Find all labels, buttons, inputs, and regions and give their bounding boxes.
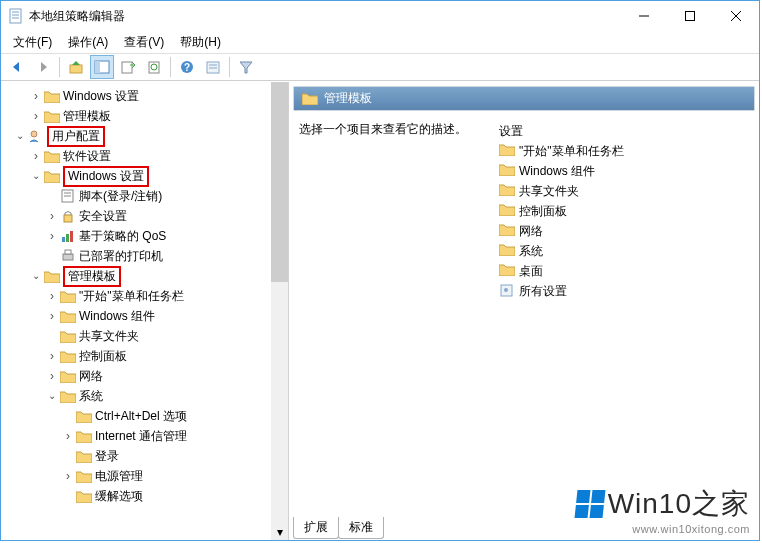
tree-label: 网络	[79, 368, 103, 385]
tree-scrollbar[interactable]: ▴ ▾	[271, 82, 288, 540]
tree-label: 登录	[95, 448, 119, 465]
scroll-thumb[interactable]	[271, 82, 288, 282]
watermark: Win10之家 www.win10xitong.com	[576, 485, 750, 535]
svg-rect-10	[95, 61, 100, 73]
menu-file[interactable]: 文件(F)	[7, 32, 58, 53]
toolbar-separator	[229, 57, 230, 77]
minimize-button[interactable]	[621, 1, 667, 31]
tree-node[interactable]: Ctrl+Alt+Del 选项	[1, 406, 271, 426]
tree-node[interactable]: 电源管理	[1, 466, 271, 486]
folder-icon	[499, 243, 515, 259]
expand-icon[interactable]	[45, 349, 59, 363]
forward-button[interactable]	[31, 55, 55, 79]
watermark-brand: Win10	[608, 488, 692, 519]
folder-icon	[75, 428, 93, 444]
svg-rect-24	[62, 237, 65, 242]
tree-node[interactable]: 管理模板	[1, 266, 271, 286]
titlebar[interactable]: 本地组策略编辑器	[1, 1, 759, 31]
list-item[interactable]: Windows 组件	[499, 161, 749, 181]
tree-node[interactable]: 网络	[1, 366, 271, 386]
tree-node[interactable]: 软件设置	[1, 146, 271, 166]
tree-node[interactable]: 登录	[1, 446, 271, 466]
tree-label: 软件设置	[63, 148, 111, 165]
tree-node[interactable]: 脚本(登录/注销)	[1, 186, 271, 206]
column-header[interactable]: 设置	[499, 121, 749, 141]
printer-icon	[59, 248, 77, 264]
details-title: 管理模板	[324, 90, 372, 107]
collapse-icon[interactable]	[45, 391, 59, 402]
expand-icon[interactable]	[45, 229, 59, 243]
expand-icon[interactable]	[29, 89, 43, 103]
expand-icon[interactable]	[61, 429, 75, 443]
tree-node[interactable]: Windows 设置	[1, 166, 271, 186]
svg-rect-11	[122, 62, 132, 73]
list-item[interactable]: "开始"菜单和任务栏	[499, 141, 749, 161]
qos-icon	[59, 228, 77, 244]
tree-label: 系统	[79, 388, 103, 405]
menu-view[interactable]: 查看(V)	[118, 32, 170, 53]
tree-node[interactable]: "开始"菜单和任务栏	[1, 286, 271, 306]
tree-node[interactable]: 缓解选项	[1, 486, 271, 506]
toolbar: ?	[1, 53, 759, 81]
up-button[interactable]	[64, 55, 88, 79]
tree-node[interactable]: 控制面板	[1, 346, 271, 366]
security-icon	[59, 208, 77, 224]
back-button[interactable]	[5, 55, 29, 79]
tree-label: Internet 通信管理	[95, 428, 187, 445]
expand-icon[interactable]	[29, 149, 43, 163]
list-item[interactable]: 所有设置	[499, 281, 749, 301]
details-pane: 管理模板 选择一个项目来查看它的描述。 设置 "开始"菜单和任务栏 Window…	[289, 82, 759, 540]
list-item[interactable]: 共享文件夹	[499, 181, 749, 201]
tree-node[interactable]: 系统	[1, 386, 271, 406]
help-button[interactable]: ?	[175, 55, 199, 79]
item-label: Windows 组件	[519, 163, 595, 180]
collapse-icon[interactable]	[29, 271, 43, 282]
tree-node[interactable]: 已部署的打印机	[1, 246, 271, 266]
folder-icon	[75, 488, 93, 504]
tree-node[interactable]: 安全设置	[1, 206, 271, 226]
menu-action[interactable]: 操作(A)	[62, 32, 114, 53]
tree-pane[interactable]: Windows 设置 管理模板 用户配置 软件设置 Windows 设置 脚本(…	[1, 82, 289, 540]
filter-button[interactable]	[234, 55, 258, 79]
folder-icon	[499, 203, 515, 219]
expand-icon[interactable]	[45, 369, 59, 383]
tree-label: 脚本(登录/注销)	[79, 188, 162, 205]
menu-help[interactable]: 帮助(H)	[174, 32, 227, 53]
tree-node[interactable]: Windows 设置	[1, 86, 271, 106]
tree-node[interactable]: 用户配置	[1, 126, 271, 146]
tree-node[interactable]: 共享文件夹	[1, 326, 271, 346]
tree-node[interactable]: 基于策略的 QoS	[1, 226, 271, 246]
folder-icon	[59, 368, 77, 384]
properties-button[interactable]	[201, 55, 225, 79]
export-button[interactable]	[116, 55, 140, 79]
expand-icon[interactable]	[45, 309, 59, 323]
close-button[interactable]	[713, 1, 759, 31]
maximize-button[interactable]	[667, 1, 713, 31]
folder-icon	[499, 163, 515, 179]
details-tabs: 扩展 标准	[293, 517, 384, 539]
scroll-down-icon[interactable]: ▾	[271, 523, 288, 540]
expand-icon[interactable]	[29, 109, 43, 123]
tab-extended[interactable]: 扩展	[293, 517, 339, 539]
folder-icon	[59, 388, 77, 404]
tree-node[interactable]: 管理模板	[1, 106, 271, 126]
tree-node[interactable]: Internet 通信管理	[1, 426, 271, 446]
svg-rect-8	[70, 65, 82, 73]
expand-icon[interactable]	[45, 209, 59, 223]
expand-icon[interactable]	[45, 289, 59, 303]
list-item[interactable]: 网络	[499, 221, 749, 241]
folder-icon	[43, 148, 61, 164]
toolbar-separator	[59, 57, 60, 77]
expand-icon[interactable]	[61, 469, 75, 483]
collapse-icon[interactable]	[13, 131, 27, 142]
window-title: 本地组策略编辑器	[29, 8, 621, 25]
list-item[interactable]: 桌面	[499, 261, 749, 281]
show-tree-button[interactable]	[90, 55, 114, 79]
tab-standard[interactable]: 标准	[338, 517, 384, 539]
collapse-icon[interactable]	[29, 171, 43, 182]
list-item[interactable]: 控制面板	[499, 201, 749, 221]
list-item[interactable]: 系统	[499, 241, 749, 261]
tree-node[interactable]: Windows 组件	[1, 306, 271, 326]
refresh-button[interactable]	[142, 55, 166, 79]
menubar: 文件(F) 操作(A) 查看(V) 帮助(H)	[1, 31, 759, 53]
